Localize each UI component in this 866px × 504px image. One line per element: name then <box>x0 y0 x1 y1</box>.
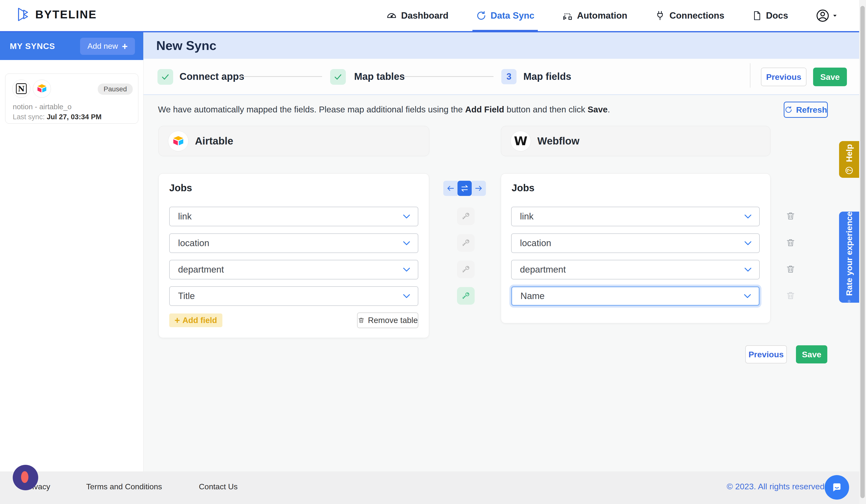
nav-data-sync-label: Data Sync <box>490 11 534 21</box>
page-header-band: New Sync <box>144 32 866 59</box>
main-nav: Dashboard Data Sync Automation <box>386 0 837 31</box>
source-field-select-1[interactable]: link <box>169 207 418 226</box>
terms-link[interactable]: Terms and Conditions <box>86 482 162 491</box>
source-field-select-4[interactable]: Title <box>169 286 418 306</box>
chevron-down-icon <box>744 294 751 299</box>
source-table-name: Jobs <box>169 182 192 193</box>
nav-dashboard-label: Dashboard <box>401 11 448 21</box>
previous-button-bottom[interactable]: Previous <box>745 345 787 363</box>
chevron-down-icon <box>403 294 410 299</box>
source-table-card: Jobs link location department Title + Ad… <box>158 173 429 338</box>
question-circle-icon <box>845 166 854 175</box>
key-icon-active <box>461 291 471 301</box>
refresh-icon <box>785 105 792 114</box>
feedback-launcher-button[interactable] <box>13 465 38 490</box>
primary-key-button-2[interactable] <box>457 234 475 252</box>
step-connector-line <box>239 76 322 77</box>
save-button-top[interactable]: Save <box>813 68 847 86</box>
key-icon <box>461 238 471 248</box>
nav-automation[interactable]: Automation <box>562 0 628 31</box>
smiley-icon <box>845 300 854 303</box>
chat-widget-button[interactable] <box>825 475 849 500</box>
step3-number-badge: 3 <box>501 69 517 84</box>
two-way-sync-icon <box>460 184 469 193</box>
data-sync-icon <box>476 10 487 21</box>
source-field-select-2[interactable]: location <box>169 233 418 253</box>
top-navbar: BYTELINE Dashboard Data Sync <box>0 0 866 32</box>
rate-experience-tab[interactable]: Rate your experience <box>839 212 859 303</box>
user-menu[interactable] <box>815 9 837 23</box>
sync-last-run: Last sync: Jul 27, 03:34 PM <box>13 113 102 121</box>
delete-field-row-button-2[interactable] <box>785 237 796 248</box>
chevron-down-icon <box>403 267 410 272</box>
add-field-button[interactable]: + Add field <box>169 313 222 327</box>
add-new-label: Add new <box>87 42 118 51</box>
plus-icon: + <box>175 316 180 325</box>
direction-right-arrow-button[interactable] <box>472 181 486 196</box>
status-badge: Paused <box>98 83 133 95</box>
delete-field-row-button-1[interactable] <box>785 210 796 222</box>
trash-icon <box>786 237 796 248</box>
nav-dashboard[interactable]: Dashboard <box>386 0 448 31</box>
rate-tab-label: Rate your experience <box>844 212 854 296</box>
direction-two-way-button[interactable] <box>457 181 472 196</box>
source-app-name: Airtable <box>195 135 233 147</box>
nav-automation-label: Automation <box>577 11 628 21</box>
sidebar-title: MY SYNCS <box>10 41 55 51</box>
target-table-name: Jobs <box>512 182 534 193</box>
source-app-panel: Airtable <box>158 126 429 156</box>
arrow-right-icon <box>475 184 483 192</box>
help-tab[interactable]: Help <box>839 141 859 178</box>
target-field-select-2[interactable]: location <box>511 233 760 253</box>
refresh-button[interactable]: Refresh <box>784 102 828 118</box>
byteline-app: BYTELINE Dashboard Data Sync <box>0 0 866 504</box>
target-field-select-4-focused[interactable]: Name <box>511 286 760 306</box>
chevron-down-icon <box>403 214 410 219</box>
steps-bar: Connect apps Map tables 3 Map fields Pre… <box>144 59 866 95</box>
scrollbar-thumb[interactable] <box>861 6 865 498</box>
save-button-bottom[interactable]: Save <box>796 345 827 363</box>
nav-connections-label: Connections <box>669 11 724 21</box>
connections-icon <box>655 10 665 21</box>
chevron-down-icon <box>744 214 752 219</box>
delete-field-row-button-4-disabled[interactable] <box>785 290 796 301</box>
airtable-icon <box>168 131 189 152</box>
arrow-left-icon <box>446 184 455 192</box>
previous-button-top[interactable]: Previous <box>761 68 807 86</box>
chat-bubble-icon <box>831 481 843 494</box>
notion-app-icon: N <box>12 80 30 98</box>
chevron-down-icon <box>744 267 752 272</box>
trash-icon <box>786 211 796 221</box>
primary-key-button-3[interactable] <box>457 260 475 278</box>
nav-docs[interactable]: Docs <box>752 0 788 31</box>
sync-card[interactable]: N Paused notion - airtable_o Last sync: … <box>5 74 138 124</box>
target-field-select-1[interactable]: link <box>511 207 760 226</box>
help-tab-label: Help <box>844 144 854 162</box>
contact-link[interactable]: Contact Us <box>199 482 237 491</box>
nav-connections[interactable]: Connections <box>655 0 724 31</box>
trash-icon-disabled <box>786 290 796 301</box>
page-title: New Sync <box>156 38 216 53</box>
primary-key-button-4-active[interactable] <box>457 287 475 305</box>
step-connector-line <box>403 76 493 77</box>
plus-icon: + <box>122 41 127 51</box>
primary-key-button-1[interactable] <box>457 208 475 225</box>
dashboard-icon <box>386 10 397 21</box>
add-new-sync-button[interactable]: Add new + <box>80 38 135 55</box>
instruction-text: We have automatically mapped the fields.… <box>158 104 610 114</box>
source-field-select-3[interactable]: department <box>169 260 418 279</box>
byteline-logo[interactable]: BYTELINE <box>16 7 97 22</box>
docs-icon <box>752 11 762 21</box>
direction-left-arrow-button[interactable] <box>443 181 457 196</box>
trash-icon <box>786 264 796 274</box>
chevron-down-icon <box>403 241 410 246</box>
sidebar-header: MY SYNCS Add new + <box>0 32 143 60</box>
target-field-select-3[interactable]: department <box>511 260 760 279</box>
map-fields-content: We have automatically mapped the fields.… <box>144 96 866 471</box>
byteline-logo-icon <box>16 7 31 22</box>
nav-data-sync[interactable]: Data Sync <box>476 0 534 31</box>
trash-icon <box>357 317 365 324</box>
remove-table-button[interactable]: Remove table <box>357 313 418 328</box>
delete-field-row-button-3[interactable] <box>785 264 796 275</box>
webflow-icon: W <box>510 131 531 152</box>
